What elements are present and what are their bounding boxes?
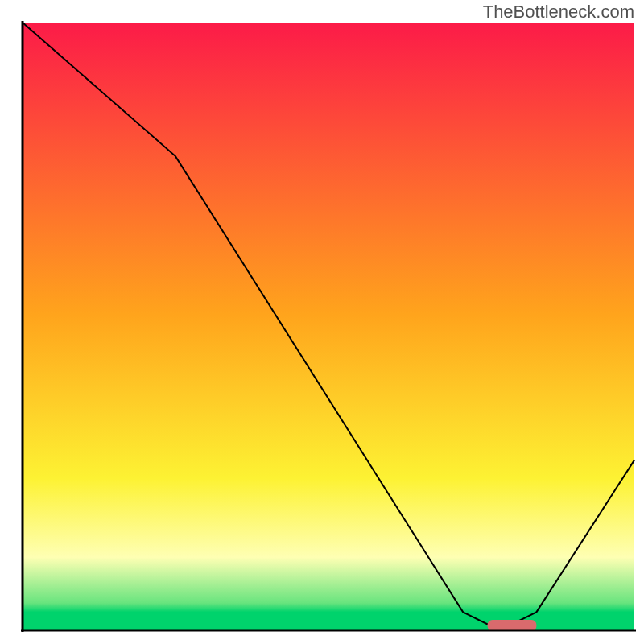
attribution-label: TheBottleneck.com	[483, 2, 634, 23]
chart-container: TheBottleneck.com	[0, 0, 644, 644]
plot-area	[21, 21, 636, 632]
gradient-background	[23, 23, 634, 630]
bottleneck-chart	[0, 0, 644, 644]
